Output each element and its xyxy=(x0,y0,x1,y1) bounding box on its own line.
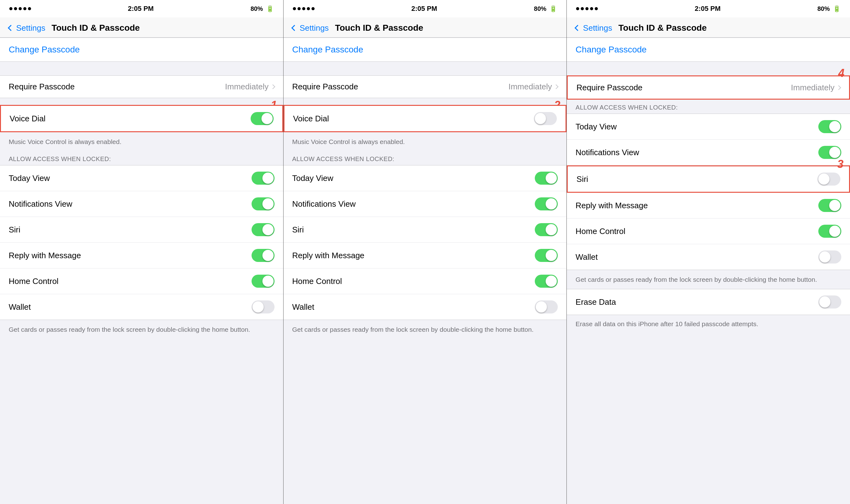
siri-toggle-1[interactable] xyxy=(251,223,275,236)
notifications-label-3: Notifications View xyxy=(575,148,639,157)
allow-locked-header-1: ALLOW ACCESS WHEN LOCKED: xyxy=(0,151,283,165)
erase-section-3: Erase Data xyxy=(567,289,850,315)
wallet-row-2: Wallet xyxy=(283,294,567,320)
wallet-note-2: Get cards or passes ready from the lock … xyxy=(283,320,567,339)
time-1: 2:05 PM xyxy=(128,5,154,13)
status-bar-3: 2:05 PM 80% 🔋 xyxy=(567,0,850,17)
require-passcode-value-3[interactable]: Immediately xyxy=(791,83,840,92)
notifications-row-2: Notifications View xyxy=(283,191,567,217)
voice-dial-row-2: Voice Dial xyxy=(284,106,566,131)
wallet-toggle-2[interactable] xyxy=(535,301,558,313)
voice-dial-annotated-1: Voice Dial xyxy=(0,105,283,132)
require-chevron-3 xyxy=(836,85,841,90)
notifications-toggle-3[interactable] xyxy=(818,146,841,159)
battery-icon-2: 🔋 xyxy=(549,5,557,13)
change-passcode-section-3: Change Passcode xyxy=(567,38,850,62)
status-bar-2: 2:05 PM 80% 🔋 xyxy=(283,0,567,17)
siri-label-1: Siri xyxy=(9,225,20,235)
nav-bar-3: Settings Touch ID & Passcode xyxy=(567,17,850,38)
back-chevron-2 xyxy=(291,25,297,31)
require-passcode-annotated-3: Require Passcode Immediately xyxy=(567,75,850,100)
require-chevron-2 xyxy=(554,85,559,89)
battery-3: 80% xyxy=(817,5,830,13)
battery-icon-1: 🔋 xyxy=(266,5,274,13)
home-control-row-1: Home Control xyxy=(0,268,283,294)
change-passcode-link-1[interactable]: Change Passcode xyxy=(9,45,80,54)
today-view-row-3: Today View xyxy=(567,114,850,140)
annotation-4: 4 xyxy=(838,67,845,80)
spacer-2b: 2 xyxy=(283,98,567,105)
require-passcode-text-3: Immediately xyxy=(791,83,834,92)
status-right-1: 80% 🔋 xyxy=(250,5,274,13)
voice-dial-thumb-2 xyxy=(535,113,546,124)
notifications-label-2: Notifications View xyxy=(292,199,356,209)
spacer-2a xyxy=(283,62,567,75)
nav-title-1: Touch ID & Passcode xyxy=(52,23,140,33)
notifications-toggle-2[interactable] xyxy=(535,197,558,211)
nav-bar-1: Settings Touch ID & Passcode xyxy=(0,17,283,38)
reply-toggle-2[interactable] xyxy=(535,249,558,262)
back-button-2[interactable]: Settings xyxy=(292,23,329,33)
signal-dots-1 xyxy=(9,7,31,10)
voice-dial-annotated-2: Voice Dial xyxy=(283,105,567,132)
siri-label-2: Siri xyxy=(292,225,304,235)
back-label-1: Settings xyxy=(16,23,45,33)
change-passcode-link-2[interactable]: Change Passcode xyxy=(292,45,363,54)
home-control-toggle-2[interactable] xyxy=(535,275,558,288)
time-2: 2:05 PM xyxy=(411,5,437,13)
spacer-3a xyxy=(567,62,850,75)
wallet-toggle-1[interactable] xyxy=(251,301,275,313)
change-passcode-link-3[interactable]: Change Passcode xyxy=(575,45,646,54)
notifications-label-1: Notifications View xyxy=(9,199,72,209)
siri-toggle-2[interactable] xyxy=(535,223,558,236)
siri-annotated-3: 3 Siri xyxy=(567,165,850,193)
signal-dots-3 xyxy=(576,7,598,10)
back-button-3[interactable]: Settings xyxy=(575,23,612,33)
reply-toggle-1[interactable] xyxy=(251,249,275,262)
spacer-1b: 1 xyxy=(0,98,283,105)
reply-row-2: Reply with Message xyxy=(283,243,567,268)
home-control-toggle-1[interactable] xyxy=(251,275,275,288)
home-control-toggle-3[interactable] xyxy=(818,225,841,238)
voice-dial-row-1: Voice Dial xyxy=(1,106,282,131)
erase-data-toggle-3[interactable] xyxy=(818,295,841,308)
require-passcode-value-2[interactable]: Immediately xyxy=(508,82,558,92)
today-view-toggle-1[interactable] xyxy=(251,172,275,185)
siri-row-3: Siri xyxy=(568,166,849,192)
voice-dial-toggle-2[interactable] xyxy=(534,112,557,125)
change-passcode-section-2: Change Passcode xyxy=(283,38,567,62)
notifications-row-3: Notifications View xyxy=(567,140,850,165)
require-passcode-row-3: Require Passcode Immediately xyxy=(568,76,849,99)
phone-panel-2: 2:05 PM 80% 🔋 Settings Touch ID & Passco… xyxy=(283,0,567,504)
back-chevron-1 xyxy=(8,25,14,31)
back-chevron-3 xyxy=(574,25,581,31)
erase-note-3: Erase all data on this iPhone after 10 f… xyxy=(567,315,850,333)
time-3: 2:05 PM xyxy=(695,5,721,13)
home-control-label-2: Home Control xyxy=(292,276,342,286)
reply-row-3: Reply with Message xyxy=(567,193,850,218)
today-view-label-3: Today View xyxy=(575,122,617,131)
voice-dial-note-1: Music Voice Control is always enabled. xyxy=(0,132,283,151)
siri-row-2: Siri xyxy=(283,217,567,243)
allow-locked-header-3: ALLOW ACCESS WHEN LOCKED: xyxy=(567,100,850,113)
voice-dial-thumb-1 xyxy=(261,113,273,124)
today-view-toggle-2[interactable] xyxy=(535,172,558,185)
back-button-1[interactable]: Settings xyxy=(9,23,45,33)
wallet-row-1: Wallet xyxy=(0,294,283,320)
today-view-row-2: Today View xyxy=(283,165,567,191)
nav-bar-2: Settings Touch ID & Passcode xyxy=(283,17,567,38)
home-control-row-2: Home Control xyxy=(283,268,567,294)
siri-toggle-3[interactable] xyxy=(817,173,840,185)
reply-label-1: Reply with Message xyxy=(9,251,81,260)
wallet-row-3: Wallet xyxy=(567,244,850,270)
require-passcode-value-1[interactable]: Immediately xyxy=(225,82,275,92)
reply-toggle-3[interactable] xyxy=(818,199,841,212)
notifications-toggle-1[interactable] xyxy=(251,197,275,211)
wallet-toggle-3[interactable] xyxy=(818,250,841,264)
battery-2: 80% xyxy=(534,5,546,13)
voice-dial-toggle-1[interactable] xyxy=(250,112,274,125)
allow-locked-header-2: ALLOW ACCESS WHEN LOCKED: xyxy=(283,151,567,165)
today-view-toggle-3[interactable] xyxy=(818,120,841,133)
voice-dial-label-2: Voice Dial xyxy=(293,114,329,124)
erase-data-label-3: Erase Data xyxy=(575,297,616,307)
